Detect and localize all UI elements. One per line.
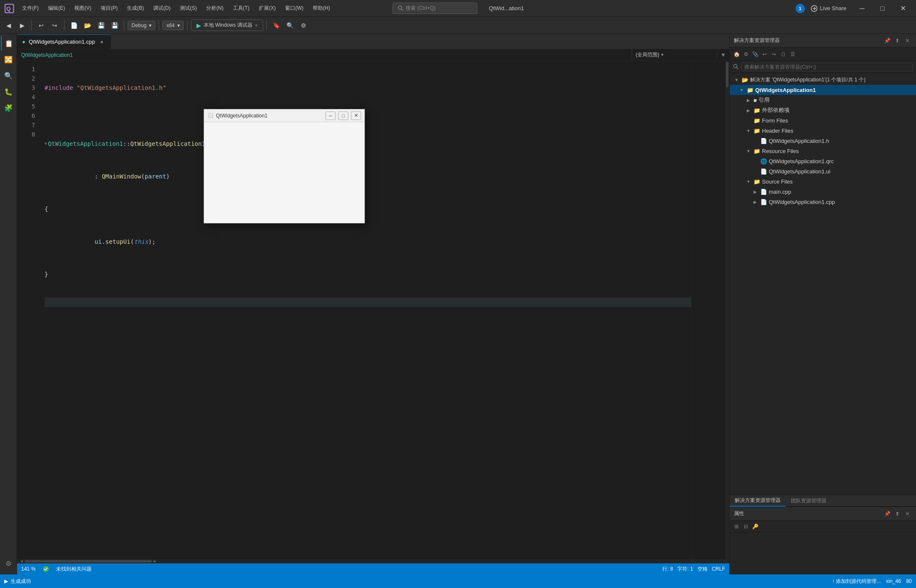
- menu-edit[interactable]: 编辑(E): [44, 3, 69, 14]
- toolbar-save-all-button[interactable]: 💾: [109, 20, 120, 31]
- live-share-button[interactable]: Live Share: [806, 3, 852, 14]
- qt-minimize-button[interactable]: ─: [325, 111, 336, 120]
- horizontal-scrollbar-thumb[interactable]: [25, 560, 152, 563]
- global-search-box[interactable]: 搜索 (Ctrl+Q): [392, 3, 477, 14]
- menu-window[interactable]: 窗口(W): [281, 3, 308, 14]
- activity-extensions[interactable]: 🧩: [1, 100, 16, 115]
- qt-title-bar[interactable]: 🖼 QtWidgetsApplication1 ─ □ ✕: [204, 109, 364, 122]
- ui-icon: 📄: [760, 168, 767, 175]
- code-line-5: {: [45, 204, 691, 214]
- se-tb-btn-3[interactable]: 📎: [751, 50, 759, 59]
- menu-help[interactable]: 帮助(H): [308, 3, 334, 14]
- prop-tb-btn-2[interactable]: ⊟: [742, 522, 750, 531]
- menu-extensions[interactable]: 扩展(X): [255, 3, 280, 14]
- scroll-indicator[interactable]: ▼: [717, 52, 729, 58]
- activity-settings[interactable]: ⚙: [1, 556, 16, 571]
- scope-selector[interactable]: (全局范围) ▾: [632, 49, 717, 61]
- toolbar-filter-button[interactable]: ⚙: [297, 20, 309, 31]
- se-float-button[interactable]: ⬆: [893, 36, 902, 45]
- source-control-label[interactable]: ↑ 添加到源代码管理...: [832, 578, 881, 585]
- maximize-button[interactable]: □: [873, 2, 892, 15]
- qwa-h-label: QtWidgetsApplication1.h: [769, 138, 829, 144]
- debug-config-dropdown[interactable]: Debug ▾: [128, 21, 155, 30]
- editor-tab-bar: ● QtWidgetsApplication1.cpp ×: [17, 34, 729, 49]
- prop-close-button[interactable]: ✕: [903, 510, 912, 518]
- tree-item-resource-files[interactable]: ▼ 📁 Resource Files: [730, 146, 916, 156]
- se-tb-btn-5[interactable]: ↪: [770, 50, 778, 59]
- editor-tab-cpp[interactable]: ● QtWidgetsApplication1.cpp ×: [17, 34, 111, 49]
- tree-item-ui[interactable]: 📄 QtWidgetsApplication1.ui: [730, 166, 916, 176]
- se-tb-btn-1[interactable]: 🏠: [732, 50, 741, 59]
- toolbar-separator-6: [266, 20, 267, 31]
- code-content[interactable]: #include "QtWidgetsApplication1.h" ▼ QtW…: [40, 61, 691, 559]
- toolbar-back-button[interactable]: ◀: [3, 20, 14, 31]
- code-line-2: [45, 111, 691, 120]
- menu-project[interactable]: 项目(P): [96, 3, 122, 14]
- collapse-icon-3[interactable]: ▼: [45, 139, 47, 148]
- tree-item-references[interactable]: ▶ ■ 引用: [730, 95, 916, 105]
- menu-file[interactable]: 文件(F): [18, 3, 43, 14]
- solution-search-input[interactable]: [741, 63, 913, 71]
- prop-tb-btn-1[interactable]: ⊞: [732, 522, 741, 531]
- horizontal-scrollbar[interactable]: [17, 559, 729, 563]
- prop-tb-btn-3[interactable]: 🔑: [751, 522, 759, 531]
- tree-project[interactable]: ▼ 📁 QtWidgetsApplication1: [730, 85, 916, 95]
- menu-tools[interactable]: 工具(T): [229, 3, 254, 14]
- qt-close-button[interactable]: ✕: [351, 111, 361, 120]
- vertical-scrollbar-thumb[interactable]: [726, 62, 728, 87]
- qt-window-title: QtWidgetsApplication1: [216, 113, 323, 119]
- se-tb-btn-4[interactable]: ↩: [760, 50, 769, 59]
- tree-item-form-files[interactable]: 📁 Form Files: [730, 115, 916, 125]
- menu-test[interactable]: 测试(S): [176, 3, 201, 14]
- tree-item-qwa-h[interactable]: 📄 QtWidgetsApplication1.h: [730, 136, 916, 146]
- activity-git[interactable]: 🔀: [1, 52, 16, 67]
- tree-item-source-files[interactable]: ▼ 📁 Source Files: [730, 176, 916, 187]
- vertical-scrollbar[interactable]: [725, 61, 729, 559]
- activity-solution-explorer[interactable]: 📋: [1, 36, 16, 51]
- minimize-button[interactable]: ─: [852, 2, 872, 15]
- toolbar-forward-button[interactable]: ▶: [16, 20, 28, 31]
- se-tb-btn-6[interactable]: ⟨⟩: [779, 50, 787, 59]
- toolbar-bookmark-button[interactable]: 🔖: [270, 20, 282, 31]
- se-close-button[interactable]: ✕: [903, 36, 912, 45]
- prop-float-button[interactable]: ⬆: [893, 510, 902, 518]
- qt-maximize-button[interactable]: □: [338, 111, 348, 120]
- qt-app-content: [204, 122, 364, 223]
- run-button[interactable]: ▶ 本地 Windows 调试器 ▾: [191, 20, 263, 31]
- toolbar-redo-button[interactable]: ↪: [49, 20, 61, 31]
- tree-item-header-files[interactable]: ▼ 📁 Header Files: [730, 125, 916, 136]
- toolbar-new-button[interactable]: 📄: [68, 20, 80, 31]
- menu-analyze[interactable]: 分析(N): [202, 3, 228, 14]
- tab-solution-explorer[interactable]: 解决方案资源管理器: [730, 495, 786, 507]
- window-title: QtWid...ation1: [489, 5, 524, 11]
- tree-item-main-cpp[interactable]: ▶ 📄 main.cpp: [730, 187, 916, 197]
- tab-close-button[interactable]: ×: [98, 39, 105, 45]
- toolbar-undo-button[interactable]: ↩: [35, 20, 47, 31]
- toolbar-save-button[interactable]: 💾: [95, 20, 107, 31]
- tree-solution-root[interactable]: ▼ 📂 解决方案 'QtWidgetsApplication1'(1 个项目/共…: [730, 75, 916, 85]
- scroll-right-icon[interactable]: [152, 559, 158, 563]
- line-number-5: 5: [17, 102, 35, 111]
- toolbar-open-button[interactable]: 📂: [81, 20, 93, 31]
- menu-debug[interactable]: 调试(D): [149, 3, 175, 14]
- se-tb-btn-2[interactable]: ⚙: [742, 50, 750, 59]
- se-pin-button[interactable]: 📌: [883, 36, 891, 45]
- scroll-left-icon[interactable]: [19, 559, 25, 563]
- tree-item-qwa-cpp[interactable]: ▶ 📄 QtWidgetsApplication1.cpp: [730, 197, 916, 207]
- prop-pin-button[interactable]: 📌: [883, 510, 891, 518]
- svg-text:Q: Q: [6, 6, 11, 12]
- menu-view[interactable]: 视图(V): [70, 3, 95, 14]
- close-button[interactable]: ✕: [893, 2, 913, 15]
- menu-build[interactable]: 生成(B): [123, 3, 148, 14]
- se-tb-btn-7[interactable]: ☰: [788, 50, 797, 59]
- activity-debug[interactable]: 🐛: [1, 84, 16, 99]
- toolbar-search-button[interactable]: 🔍: [284, 20, 296, 31]
- qt-app-window[interactable]: 🖼 QtWidgetsApplication1 ─ □ ✕: [204, 109, 365, 223]
- zoom-level[interactable]: 141 %: [21, 566, 36, 572]
- tree-item-qrc[interactable]: 🌐 QtWidgetsApplication1.qrc: [730, 156, 916, 166]
- activity-search[interactable]: 🔍: [1, 68, 16, 83]
- tab-team-explorer[interactable]: 团队资源管理器: [786, 496, 832, 506]
- platform-dropdown[interactable]: x64 ▾: [162, 21, 183, 30]
- form-files-icon: 📁: [754, 117, 760, 124]
- tree-item-external-deps[interactable]: ▶ 📁 外部依赖项: [730, 105, 916, 115]
